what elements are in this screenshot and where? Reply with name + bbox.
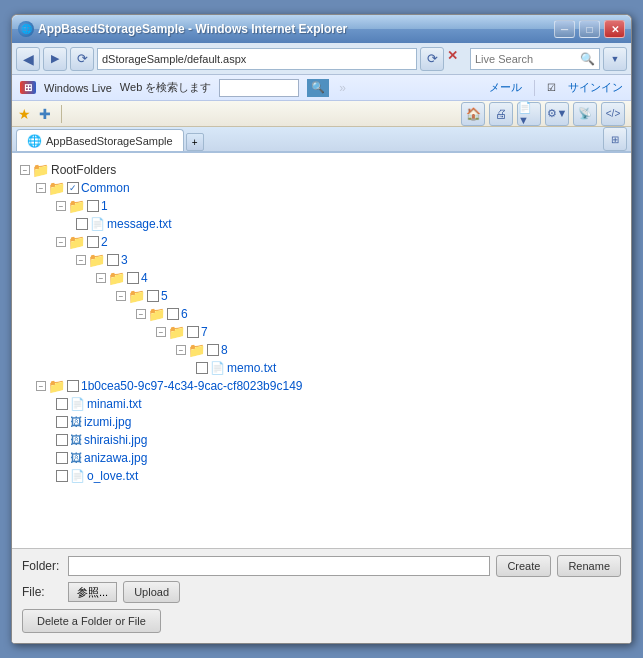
expand-2-icon[interactable]: − <box>56 237 66 247</box>
checkbox-minami[interactable] <box>56 398 68 410</box>
checkbox-4[interactable] <box>127 272 139 284</box>
folder-1-link[interactable]: 1 <box>101 199 108 213</box>
folder-8-icon: 📁 <box>188 342 205 358</box>
checkbox-anizawa[interactable] <box>56 452 68 464</box>
wl-search-button[interactable]: 🔍 <box>307 79 329 97</box>
rename-button[interactable]: Rename <box>557 555 621 577</box>
checkbox-memo[interactable] <box>196 362 208 374</box>
close-button[interactable]: ✕ <box>604 20 625 38</box>
checkbox-6[interactable] <box>167 308 179 320</box>
folder-3-link[interactable]: 3 <box>121 253 128 267</box>
folder-8-link[interactable]: 8 <box>221 343 228 357</box>
tree-node-4[interactable]: − 📁 4 <box>20 269 623 287</box>
expand-common-icon[interactable]: − <box>36 183 46 193</box>
page-button[interactable]: 📄▼ <box>517 102 541 126</box>
folder-input[interactable] <box>68 556 490 576</box>
tree-node-shiraishi[interactable]: 🖼 shiraishi.jpg <box>20 431 623 449</box>
expand-root-icon[interactable]: − <box>20 165 30 175</box>
tree-view[interactable]: − 📁 RootFolders − 📁 ✓ Common − 📁 1 � <box>12 153 631 548</box>
common-link[interactable]: Common <box>81 181 130 195</box>
tree-node-2[interactable]: − 📁 2 <box>20 233 623 251</box>
checkbox-2[interactable] <box>87 236 99 248</box>
live-search-input[interactable] <box>475 53 580 65</box>
olove-link[interactable]: o_love.txt <box>87 469 138 483</box>
expand-6-icon[interactable]: − <box>136 309 146 319</box>
expand-4-icon[interactable]: − <box>96 273 106 283</box>
expand-3-icon[interactable]: − <box>76 255 86 265</box>
checkbox-izumi[interactable] <box>56 416 68 428</box>
memo-link[interactable]: memo.txt <box>227 361 276 375</box>
checkbox-guid[interactable] <box>67 380 79 392</box>
checkbox-5[interactable] <box>147 290 159 302</box>
folder-6-link[interactable]: 6 <box>181 307 188 321</box>
tree-node-memo[interactable]: 📄 memo.txt <box>20 359 623 377</box>
tree-node-5[interactable]: − 📁 5 <box>20 287 623 305</box>
izumi-link[interactable]: izumi.jpg <box>84 415 131 429</box>
checkbox-7[interactable] <box>187 326 199 338</box>
code-button[interactable]: </> <box>601 102 625 126</box>
forward-button[interactable]: ▶ <box>43 47 67 71</box>
browse-button[interactable]: 参照... <box>68 582 117 602</box>
expand-5-icon[interactable]: − <box>116 291 126 301</box>
search-icon: 🔍 <box>580 52 595 66</box>
print-button[interactable]: 🖨 <box>489 102 513 126</box>
home-button[interactable]: 🏠 <box>461 102 485 126</box>
shiraishi-link[interactable]: shiraishi.jpg <box>84 433 147 447</box>
rss-button[interactable]: 📡 <box>573 102 597 126</box>
folder-5-link[interactable]: 5 <box>161 289 168 303</box>
tree-node-guid[interactable]: − 📁 1b0cea50-9c97-4c34-9cac-cf8023b9c149 <box>20 377 623 395</box>
minami-link[interactable]: minami.txt <box>87 397 142 411</box>
maximize-button[interactable]: □ <box>579 20 600 38</box>
tree-node-message[interactable]: 📄 message.txt <box>20 215 623 233</box>
create-button[interactable]: Create <box>496 555 551 577</box>
quick-tabs-button[interactable]: ⊞ <box>603 127 627 151</box>
stop-button[interactable]: ✕ <box>447 48 467 70</box>
tree-node-minami[interactable]: 📄 minami.txt <box>20 395 623 413</box>
checkbox-olove[interactable] <box>56 470 68 482</box>
refresh-button[interactable]: ⟳ <box>70 47 94 71</box>
guid-link[interactable]: 1b0cea50-9c97-4c34-9cac-cf8023b9c149 <box>81 379 303 393</box>
tree-node-izumi[interactable]: 🖼 izumi.jpg <box>20 413 623 431</box>
expand-1-icon[interactable]: − <box>56 201 66 211</box>
tree-node-common[interactable]: − 📁 ✓ Common <box>20 179 623 197</box>
expand-8-icon[interactable]: − <box>176 345 186 355</box>
new-tab-button[interactable]: + <box>186 133 204 151</box>
delete-button[interactable]: Delete a Folder or File <box>22 609 161 633</box>
checkbox-message[interactable] <box>76 218 88 230</box>
tree-node-1[interactable]: − 📁 1 <box>20 197 623 215</box>
tools-button[interactable]: ⚙▼ <box>545 102 569 126</box>
signin-link[interactable]: サインイン <box>568 80 623 95</box>
search-options-button[interactable]: ▼ <box>603 47 627 71</box>
minimize-button[interactable]: ─ <box>554 20 575 38</box>
mail-link[interactable]: メール <box>489 80 522 95</box>
checkbox-8[interactable] <box>207 344 219 356</box>
expand-7-icon[interactable]: − <box>156 327 166 337</box>
file-message-icon: 📄 <box>90 217 105 231</box>
back-button[interactable]: ◀ <box>16 47 40 71</box>
go-button[interactable]: ⟳ <box>420 47 444 71</box>
expand-guid-icon[interactable]: − <box>36 381 46 391</box>
tree-node-7[interactable]: − 📁 7 <box>20 323 623 341</box>
upload-button[interactable]: Upload <box>123 581 180 603</box>
title-bar: 🌐 AppBasedStorageSample - Windows Intern… <box>12 15 631 43</box>
wl-search-input[interactable] <box>223 82 295 93</box>
folder-4-link[interactable]: 4 <box>141 271 148 285</box>
tree-node-olove[interactable]: 📄 o_love.txt <box>20 467 623 485</box>
folder-2-link[interactable]: 2 <box>101 235 108 249</box>
checkbox-3[interactable] <box>107 254 119 266</box>
address-input[interactable] <box>97 48 417 70</box>
tree-node-6[interactable]: − 📁 6 <box>20 305 623 323</box>
message-link[interactable]: message.txt <box>107 217 172 231</box>
folder-7-link[interactable]: 7 <box>201 325 208 339</box>
anizawa-link[interactable]: anizawa.jpg <box>84 451 147 465</box>
checkbox-1[interactable] <box>87 200 99 212</box>
add-favorite-icon[interactable]: ✚ <box>39 106 51 122</box>
tree-node-root[interactable]: − 📁 RootFolders <box>20 161 623 179</box>
folder-3-icon: 📁 <box>88 252 105 268</box>
checkbox-shiraishi[interactable] <box>56 434 68 446</box>
common-checkbox[interactable]: ✓ <box>67 182 79 194</box>
tree-node-3[interactable]: − 📁 3 <box>20 251 623 269</box>
tree-node-anizawa[interactable]: 🖼 anizawa.jpg <box>20 449 623 467</box>
tree-node-8[interactable]: − 📁 8 <box>20 341 623 359</box>
main-tab[interactable]: 🌐 AppBasedStorageSample <box>16 129 184 151</box>
